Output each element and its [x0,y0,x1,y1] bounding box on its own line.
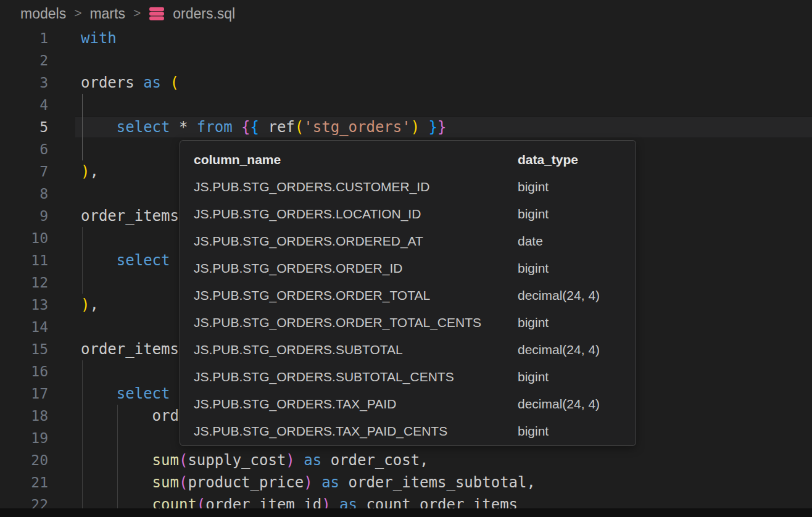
line-number: 13 [0,294,48,316]
line-number: 7 [0,160,48,183]
table-row: JS.PUB.STG_ORDERS.SUBTOTALdecimal(24, 4) [180,336,636,363]
line-number: 3 [0,72,48,94]
column-name-cell: JS.PUB.STG_ORDERS.SUBTOTAL [194,336,403,363]
data-type-cell: bigint [518,309,549,336]
table-row: JS.PUB.STG_ORDERS.TAX_PAIDdecimal(24, 4) [180,391,636,418]
code-line[interactable] [81,94,812,116]
table-row: JS.PUB.STG_ORDERS.LOCATION_IDbigint [180,201,636,228]
table-row: JS.PUB.STG_ORDERS.ORDER_TOTAL_CENTSbigin… [180,309,636,336]
data-type-header: data_type [518,146,578,173]
column-name-cell: JS.PUB.STG_ORDERS.LOCATION_ID [194,201,421,228]
column-name-cell: JS.PUB.STG_ORDERS.CUSTOMER_ID [194,173,429,201]
table-row: JS.PUB.STG_ORDERS.ORDER_IDbigint [180,255,636,282]
line-number: 9 [0,205,48,227]
column-name-cell: JS.PUB.STG_ORDERS.ORDER_TOTAL_CENTS [194,309,481,336]
code-line[interactable]: sum(supply_cost) as order_cost, [81,449,812,471]
breadcrumb-item-models[interactable]: models [20,6,66,22]
line-number: 5 [0,116,48,138]
column-name-header: column_name [194,146,281,173]
code-line[interactable] [81,49,812,72]
table-row: JS.PUB.STG_ORDERS.ORDER_TOTALdecimal(24,… [180,282,636,309]
line-number: 18 [0,405,48,427]
data-type-cell: bigint [518,255,549,282]
table-row: JS.PUB.STG_ORDERS.TAX_PAID_CENTSbigint [180,418,636,445]
data-type-cell: bigint [518,418,549,445]
code-line[interactable]: with [81,27,812,49]
table-row: JS.PUB.STG_ORDERS.SUBTOTAL_CENTSbigint [180,363,636,391]
data-type-cell: bigint [518,173,549,201]
line-number: 8 [0,183,48,205]
table-header-row: column_name data_type [180,146,636,173]
code-line[interactable]: orders as ( [81,72,812,94]
table-row: JS.PUB.STG_ORDERS.ORDERED_ATdate [180,228,636,255]
column-name-cell: JS.PUB.STG_ORDERS.ORDERED_AT [194,228,423,255]
column-name-cell: JS.PUB.STG_ORDERS.SUBTOTAL_CENTS [194,363,454,391]
breadcrumb-item-marts[interactable]: marts [89,6,125,22]
data-type-cell: bigint [518,363,549,391]
editor-bottom-edge [0,508,812,517]
line-number: 16 [0,360,48,383]
line-number: 10 [0,227,48,249]
database-icon [149,6,165,22]
column-name-cell: JS.PUB.STG_ORDERS.ORDER_ID [194,255,402,282]
line-number: 1 [0,27,48,49]
code-line[interactable]: sum(product_price) as order_items_subtot… [81,471,812,494]
column-name-cell: JS.PUB.STG_ORDERS.TAX_PAID_CENTS [194,418,447,445]
editor-pane[interactable]: 12345678910111213141516171819202122 with… [0,27,812,517]
line-number: 12 [0,271,48,294]
line-number: 4 [0,94,48,116]
data-type-cell: date [518,228,543,255]
line-number: 14 [0,316,48,338]
line-number: 2 [0,49,48,72]
data-type-cell: decimal(24, 4) [518,282,600,309]
line-number: 20 [0,449,48,471]
breadcrumb: models > marts > orders.sql [0,0,812,27]
table-row: JS.PUB.STG_ORDERS.CUSTOMER_IDbigint [180,173,636,201]
data-type-cell: decimal(24, 4) [518,336,600,363]
chevron-right-icon: > [133,6,141,20]
data-type-cell: bigint [518,201,549,228]
hover-metadata-popup: column_name data_type JS.PUB.STG_ORDERS.… [180,140,636,446]
data-type-cell: decimal(24, 4) [518,391,600,418]
code-editor-window: models > marts > orders.sql 123456789101… [0,0,812,517]
line-number: 11 [0,249,48,271]
code-line[interactable]: select * from {{ ref('stg_orders') }} [81,116,812,138]
line-number: 21 [0,471,48,494]
chevron-right-icon: > [74,6,81,20]
breadcrumb-item-file[interactable]: orders.sql [173,6,235,22]
column-name-cell: JS.PUB.STG_ORDERS.ORDER_TOTAL [194,282,430,309]
line-number: 6 [0,138,48,160]
line-number: 17 [0,383,48,405]
line-number: 15 [0,338,48,360]
column-name-cell: JS.PUB.STG_ORDERS.TAX_PAID [194,391,396,418]
line-number: 19 [0,427,48,449]
